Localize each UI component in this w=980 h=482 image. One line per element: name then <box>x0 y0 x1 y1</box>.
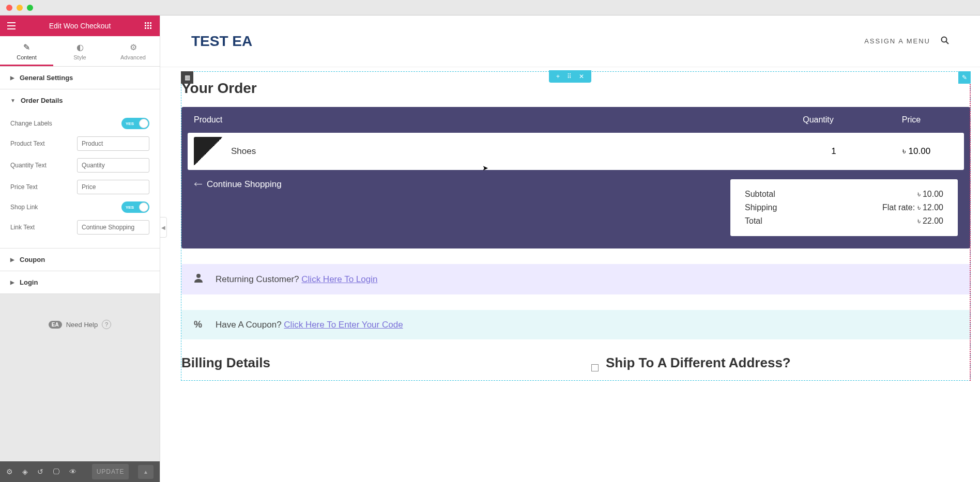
toggle-yes-text: YES <box>126 121 134 126</box>
login-notice-text: Returning Customer? Click Here To Login <box>216 274 377 285</box>
site-title: TEST EA <box>191 33 252 50</box>
change-labels-label: Change Labels <box>10 120 52 127</box>
responsive-icon[interactable]: 🖵 <box>53 468 60 476</box>
editor-sidebar: Edit Woo Checkout ✎ Content ◐ Style ⚙ Ad… <box>0 15 160 482</box>
tab-style-label: Style <box>73 54 86 60</box>
order-row: Shoes 1 ৳ 10.00 <box>188 133 964 170</box>
svg-point-9 <box>942 37 947 42</box>
preview-icon[interactable]: 👁 <box>69 468 76 476</box>
gear-icon: ⚙ <box>106 42 160 52</box>
edit-widget-icon[interactable]: ✎ <box>958 71 971 84</box>
navigator-icon[interactable]: ◈ <box>22 468 28 476</box>
caret-right-icon: ▶ <box>10 75 14 81</box>
link-text-input[interactable] <box>77 220 149 235</box>
section-login-header[interactable]: ▶ Login <box>0 271 160 293</box>
section-general-label: General Settings <box>20 74 73 82</box>
shipping-label: Shipping <box>745 203 777 212</box>
coupon-notice-text: Have A Coupon? Click Here To Enter Your … <box>216 320 403 330</box>
help-icon: ? <box>102 320 111 329</box>
shipping-value: Flat rate: ৳ 12.00 <box>882 203 943 212</box>
ship-different-checkbox[interactable] <box>591 364 599 371</box>
section-order-details-header[interactable]: ▼ Order Details <box>0 89 160 112</box>
panel-title: Edit Woo Checkout <box>17 22 143 30</box>
total-value: ৳ 22.00 <box>917 216 943 226</box>
bottom-toolbar: ⚙ ◈ ↺ 🖵 👁 UPDATE ▲ <box>0 461 160 482</box>
link-text-label: Link Text <box>10 224 35 231</box>
tab-content-label: Content <box>17 54 37 60</box>
product-name: Shoes <box>231 146 792 157</box>
close-section-icon[interactable]: ✕ <box>579 73 584 80</box>
coupon-link[interactable]: Click Here To Enter Your Code <box>284 320 403 330</box>
update-button[interactable]: UPDATE <box>92 464 129 479</box>
section-general-header[interactable]: ▶ General Settings <box>0 67 160 89</box>
section-coupon-header[interactable]: ▶ Coupon <box>0 248 160 271</box>
search-icon[interactable] <box>941 36 949 46</box>
pencil-icon: ✎ <box>0 42 53 52</box>
svg-rect-2 <box>150 22 151 24</box>
login-notice: Returning Customer? Click Here To Login <box>181 264 970 294</box>
arrow-left-icon: 🡐 <box>194 179 203 190</box>
quantity-text-input[interactable] <box>77 158 149 173</box>
add-section-icon[interactable]: + <box>556 73 560 80</box>
continue-shopping-link[interactable]: 🡐 Continue Shopping <box>194 179 282 190</box>
section-coupon-label: Coupon <box>20 256 45 263</box>
price-text-input[interactable] <box>77 180 149 194</box>
need-help[interactable]: EA Need Help ? <box>49 320 111 329</box>
section-order-details-label: Order Details <box>21 97 63 104</box>
totals-box: Subtotal ৳ 10.00 Shipping Flat rate: ৳ 1… <box>730 179 958 236</box>
history-icon[interactable]: ↺ <box>37 468 43 476</box>
svg-line-10 <box>946 41 949 44</box>
main-canvas: ◀ TEST EA ASSIGN A MENU + ⠿ ✕ ▦ ✎ ➤ Your… <box>160 15 980 482</box>
product-text-input[interactable] <box>77 136 149 151</box>
product-image <box>194 137 223 166</box>
assign-menu-link[interactable]: ASSIGN A MENU <box>864 37 930 45</box>
total-label: Total <box>745 216 762 226</box>
caret-down-icon: ▼ <box>10 98 16 103</box>
minimize-window[interactable] <box>17 5 23 11</box>
tab-content[interactable]: ✎ Content <box>0 36 53 66</box>
update-options[interactable]: ▲ <box>138 465 154 479</box>
contrast-icon: ◐ <box>53 42 106 52</box>
tab-advanced-label: Advanced <box>120 54 146 60</box>
ship-different-heading: Ship To A Different Address? <box>606 355 791 371</box>
shop-link-label: Shop Link <box>10 204 38 211</box>
section-right-border <box>969 75 971 381</box>
order-table: Product Quantity Price Shoes 1 ৳ 10.00 🡐 <box>181 107 970 248</box>
tab-advanced[interactable]: ⚙ Advanced <box>106 36 160 66</box>
help-section: EA Need Help ? <box>0 294 160 461</box>
percent-icon: % <box>194 319 204 330</box>
sidebar-header: Edit Woo Checkout <box>0 15 160 36</box>
tab-style[interactable]: ◐ Style <box>53 36 106 66</box>
hamburger-icon[interactable] <box>6 21 17 31</box>
editor-tabs: ✎ Content ◐ Style ⚙ Advanced <box>0 36 160 67</box>
product-price: ৳ 10.00 <box>875 146 958 157</box>
column-handle-icon[interactable]: ▦ <box>181 71 193 84</box>
section-login-label: Login <box>20 278 38 286</box>
section-controls: + ⠿ ✕ <box>549 70 591 83</box>
widget-frame[interactable]: ▦ ✎ ➤ Your Order Product Quantity Price … <box>181 71 971 381</box>
maximize-window[interactable] <box>27 5 33 11</box>
user-icon <box>194 273 204 285</box>
change-labels-toggle[interactable]: YES <box>121 118 149 129</box>
close-window[interactable] <box>6 5 12 11</box>
collapse-sidebar-handle[interactable]: ◀ <box>160 217 167 238</box>
shop-link-toggle[interactable]: YES <box>121 201 149 213</box>
col-price: Price <box>865 115 958 125</box>
col-product: Product <box>194 115 772 125</box>
site-nav: ASSIGN A MENU <box>864 36 949 46</box>
section-order-details: ▼ Order Details Change Labels YES Produc… <box>0 89 160 248</box>
svg-rect-0 <box>145 22 146 24</box>
section-coupon: ▶ Coupon <box>0 248 160 271</box>
widgets-icon[interactable] <box>143 21 154 31</box>
drag-section-icon[interactable]: ⠿ <box>567 73 572 80</box>
quantity-text-label: Quantity Text <box>10 162 47 169</box>
svg-point-11 <box>196 274 201 278</box>
site-header: TEST EA ASSIGN A MENU <box>160 15 980 67</box>
subtotal-label: Subtotal <box>745 190 775 199</box>
login-link[interactable]: Click Here To Login <box>301 274 377 284</box>
product-text-label: Product Text <box>10 140 44 147</box>
col-quantity: Quantity <box>772 115 865 125</box>
section-login: ▶ Login <box>0 271 160 294</box>
settings-icon[interactable]: ⚙ <box>6 468 13 476</box>
need-help-label: Need Help <box>66 321 98 329</box>
